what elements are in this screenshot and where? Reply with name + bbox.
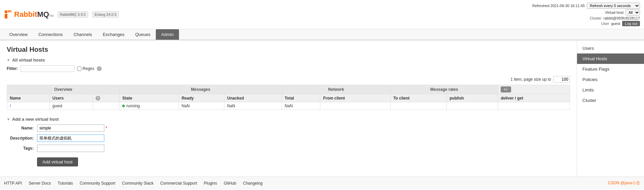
refresh-select[interactable]: Refresh every 5 seconds Refresh every 10… (587, 3, 640, 9)
sidebar-item-cluster[interactable]: Cluster (577, 95, 644, 106)
row-users: guest (49, 102, 93, 110)
nav-queues[interactable]: Queues (130, 29, 156, 40)
status-running: running (122, 104, 140, 108)
logo: RabbitMQ TM (4, 10, 53, 19)
col-users: Users (49, 94, 93, 102)
refreshed-label: Refreshed 2021-09-30 16:11:45 (532, 4, 585, 8)
nav-exchanges[interactable]: Exchanges (97, 29, 130, 40)
group-message-rates: Message rates (390, 85, 498, 94)
group-messages: Messages (119, 85, 282, 94)
description-input[interactable] (37, 135, 104, 142)
page-size-input[interactable] (553, 76, 570, 83)
filter-row: Filter: Regex ? (7, 65, 570, 72)
user-label: User (601, 22, 609, 26)
vhost-select[interactable]: All / (625, 9, 640, 15)
logout-button[interactable]: Log out (622, 21, 640, 26)
cluster-value: rabbit@993fc8228117 (604, 16, 640, 20)
col-from-client: From client (320, 94, 391, 102)
description-form-row: Description: (7, 135, 570, 142)
footer-server-docs[interactable]: Server Docs (29, 181, 51, 186)
pagination-row: 1 item, page size up to (7, 76, 570, 83)
name-form-row: Name: * (7, 124, 570, 132)
col-ready: Ready (179, 94, 224, 102)
nav-channels[interactable]: Channels (68, 29, 97, 40)
all-vhosts-header[interactable]: ▼ All virtual hosts (7, 58, 570, 63)
erlang-version: Erlang 24.0.5 (92, 11, 119, 17)
svg-rect-0 (5, 10, 7, 13)
main-nav: Overview Connections Channels Exchanges … (0, 29, 644, 40)
cluster-row: Cluster rabbit@993fc8228117 (590, 16, 640, 20)
vhosts-table: Overview Messages Network Message rates … (7, 85, 570, 110)
table-row: / guest running NaN NaN NaN (7, 102, 570, 110)
filter-input[interactable] (21, 65, 74, 72)
nav-admin[interactable]: Admin (156, 29, 179, 40)
footer-github[interactable]: GitHub (224, 181, 236, 186)
plus-minus-button[interactable]: +/- (501, 86, 511, 92)
add-vhost-button[interactable]: Add virtual host (37, 157, 78, 166)
section-label: All virtual hosts (12, 58, 45, 63)
regex-label[interactable]: Regex (77, 66, 94, 71)
vhost-row: Virtual host All / (605, 9, 640, 15)
footer: HTTP API Server Docs Tutorials Community… (0, 177, 644, 189)
pagination-text: 1 item, page size up to (510, 77, 551, 82)
footer-http-api[interactable]: HTTP API (4, 181, 22, 186)
footer-right-text: CSDN @java小丑 (608, 180, 640, 186)
logo-area: RabbitMQ TM RabbitMQ 3.9.5 Erlang 24.0.5 (4, 10, 119, 19)
rabbitmq-version: RabbitMQ 3.9.5 (58, 11, 88, 17)
tags-input[interactable] (37, 145, 104, 152)
col-name: Name (7, 94, 50, 102)
col-total: Total (282, 94, 320, 102)
tags-form-row: Tags: (7, 145, 570, 152)
required-marker: * (106, 126, 107, 130)
tags-label: Tags: (7, 146, 37, 151)
footer-commercial-support[interactable]: Commercial Support (160, 181, 197, 186)
sidebar-item-feature-flags[interactable]: Feature Flags (577, 64, 644, 74)
col-deliver-get: deliver / get (498, 94, 570, 102)
status-dot (122, 105, 125, 107)
header: RabbitMQ TM RabbitMQ 3.9.5 Erlang 24.0.5… (0, 0, 644, 29)
row-name[interactable]: / (7, 102, 50, 110)
footer-changelog[interactable]: Changelog (243, 181, 262, 186)
row-publish (446, 102, 498, 110)
logo-rabbit: RabbitMQ (14, 10, 49, 19)
footer-tutorials[interactable]: Tutorials (58, 181, 73, 186)
sidebar: Users Virtual Hosts Feature Flags Polici… (577, 40, 644, 177)
user-row: User guest Log out (601, 21, 640, 26)
footer-plugins[interactable]: Plugins (204, 181, 217, 186)
vhost-label: Virtual host (605, 10, 623, 14)
row-deliver-get (498, 102, 570, 110)
description-label: Description: (7, 136, 37, 141)
footer-community-support[interactable]: Community Support (80, 181, 115, 186)
col-publish: publish (446, 94, 498, 102)
row-from-client (320, 102, 391, 110)
plus-minus-cell: +/- (498, 85, 570, 94)
sidebar-item-limits[interactable]: Limits (577, 85, 644, 95)
footer-links: HTTP API Server Docs Tutorials Community… (4, 181, 262, 186)
sidebar-item-virtual-hosts[interactable]: Virtual Hosts (577, 53, 644, 64)
refresh-row: Refreshed 2021-09-30 16:11:45 Refresh ev… (532, 3, 640, 9)
main-content: Virtual Hosts ▼ All virtual hosts Filter… (0, 40, 577, 177)
col-state: State (119, 94, 179, 102)
help-icon[interactable]: ? (97, 66, 102, 71)
sidebar-item-users[interactable]: Users (577, 43, 644, 53)
header-right: Refreshed 2021-09-30 16:11:45 Refresh ev… (532, 3, 640, 26)
col-help-icon[interactable]: ? (96, 96, 100, 101)
group-network: Network (282, 85, 391, 94)
regex-checkbox[interactable] (77, 67, 81, 71)
footer-community-slack[interactable]: Community Slack (122, 181, 153, 186)
col-help: ? (93, 94, 119, 102)
row-help (93, 102, 119, 110)
main-layout: Virtual Hosts ▼ All virtual hosts Filter… (0, 40, 644, 177)
page-title: Virtual Hosts (7, 46, 570, 53)
add-vhost-section: ▼ Add a new virtual host Name: * Descrip… (7, 117, 570, 166)
nav-connections[interactable]: Connections (33, 29, 68, 40)
col-to-client: To client (390, 94, 446, 102)
add-vhost-header[interactable]: ▼ Add a new virtual host (7, 117, 570, 122)
status-text: running (126, 104, 140, 108)
user-value: guest (611, 22, 620, 26)
sidebar-item-policies[interactable]: Policies (577, 74, 644, 85)
name-input[interactable] (37, 124, 104, 132)
group-overview: Overview (7, 85, 119, 94)
svg-point-3 (9, 11, 11, 12)
nav-overview[interactable]: Overview (4, 29, 33, 40)
